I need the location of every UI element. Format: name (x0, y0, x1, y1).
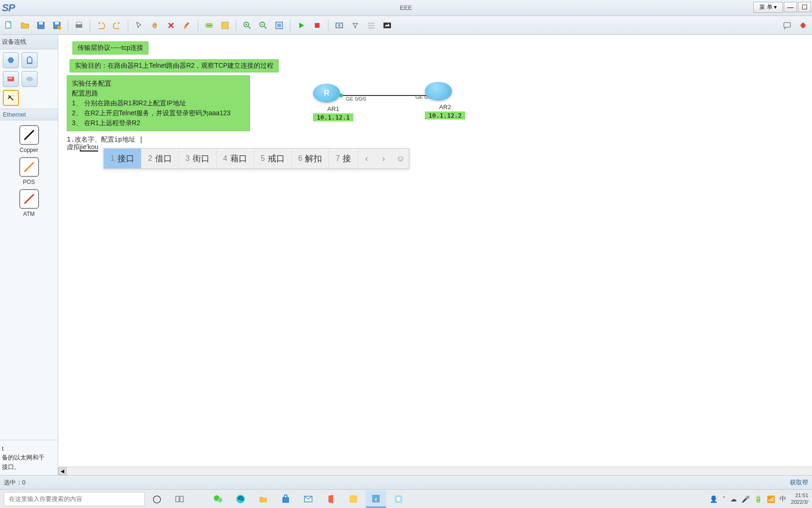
open-icon[interactable] (19, 19, 31, 32)
store-icon[interactable] (275, 491, 296, 508)
svg-point-39 (218, 498, 222, 502)
connection-copper[interactable]: Copper (19, 125, 39, 153)
ime-next-icon[interactable]: › (375, 154, 392, 164)
taskbar-clock[interactable]: 21:51 2022/3/ (791, 492, 808, 505)
task-view-icon[interactable] (169, 491, 190, 508)
cortana-icon[interactable]: ◯ (147, 491, 167, 508)
device-type-5-selected[interactable] (3, 90, 19, 106)
device-type-2[interactable] (22, 52, 38, 68)
text-ime-input: 虚拟jie'kou (67, 143, 98, 151)
device-type-1[interactable] (3, 52, 19, 68)
ime-candidate-6[interactable]: 6解扣 (292, 149, 329, 168)
ime-prev-icon[interactable]: ‹ (358, 154, 375, 164)
redo-icon[interactable] (111, 19, 123, 32)
horizontal-scrollbar[interactable]: ◀ (58, 467, 812, 475)
connection-pos[interactable]: POS (19, 157, 39, 185)
ime-candidate-bar: 1接口 2借口 3街口 4藉口 5戒口 6解扣 7接 ‹ › ☺ (103, 148, 409, 169)
svg-rect-29 (8, 77, 14, 81)
ime-lang-icon[interactable]: 中 (780, 495, 786, 503)
router-ar1[interactable]: R AR1 10.1.12.1 (313, 84, 353, 121)
router-name: AR1 (313, 105, 353, 112)
svg-rect-12 (222, 22, 228, 29)
svg-rect-41 (282, 497, 289, 503)
note-tasks[interactable]: 实验任务配置 配置思路 1、 分别在路由器R1和R2上配置IP地址 2、 在R2… (67, 75, 250, 131)
svg-rect-7 (77, 22, 81, 24)
svg-rect-37 (180, 496, 183, 502)
save-icon[interactable] (35, 19, 47, 32)
zoom-in-icon[interactable] (241, 19, 253, 32)
svg-rect-27 (784, 23, 790, 27)
delete-icon[interactable] (165, 19, 177, 32)
ensp-app-icon[interactable]: e (366, 491, 386, 508)
svg-rect-43 (350, 495, 357, 503)
svg-rect-23 (368, 23, 375, 24)
minimize-button[interactable]: — (784, 2, 797, 12)
scroll-left-icon[interactable]: ◀ (58, 468, 67, 475)
router-icon: R (313, 84, 340, 103)
huawei-logo-icon[interactable] (797, 19, 809, 32)
media-icon[interactable] (388, 491, 409, 508)
palette-icon[interactable] (219, 19, 231, 32)
ime-candidate-5[interactable]: 5戒口 (254, 149, 292, 168)
topology-canvas[interactable]: 传输层协议-----tcp连接 实验目的：在路由器R1上Telnet路由器R2，… (58, 35, 812, 467)
wechat-icon[interactable] (208, 491, 228, 508)
svg-rect-36 (176, 496, 179, 502)
sidebar-category-ethernet[interactable]: Ethernet (0, 109, 58, 120)
router-ar2[interactable]: AR2 10.1.12.2 (425, 82, 465, 119)
undo-icon[interactable] (95, 19, 107, 32)
zoom-out-icon[interactable] (257, 19, 269, 32)
wifi-icon[interactable]: 📶 (767, 495, 775, 503)
svg-rect-16 (277, 24, 281, 27)
app-icon[interactable] (343, 491, 364, 508)
svg-line-33 (24, 130, 34, 140)
mic-icon[interactable]: 🎤 (742, 495, 750, 503)
edge-icon[interactable] (230, 491, 251, 508)
save-as-icon[interactable] (51, 19, 63, 32)
print-icon[interactable] (73, 19, 85, 32)
pan-icon[interactable] (149, 19, 161, 32)
broom-icon[interactable] (181, 19, 193, 32)
svg-rect-2 (39, 22, 43, 24)
screenshot-icon[interactable] (381, 19, 393, 32)
svg-rect-17 (315, 23, 320, 28)
office-icon[interactable] (320, 491, 341, 508)
note-protocol[interactable]: 传输层协议-----tcp连接 (72, 41, 148, 55)
window-title: EEE (400, 4, 412, 11)
play-icon[interactable] (295, 19, 307, 32)
ime-candidate-2[interactable]: 2借口 (141, 149, 179, 168)
menu-button[interactable]: 菜 单 ▾ (753, 2, 783, 13)
svg-point-9 (207, 25, 208, 26)
pointer-icon[interactable] (133, 19, 145, 32)
topology-icon[interactable] (349, 19, 361, 32)
capture-icon[interactable] (333, 19, 345, 32)
ime-candidate-4[interactable]: 4藉口 (217, 149, 254, 168)
svg-rect-28 (27, 63, 32, 64)
people-icon[interactable]: 👤 (710, 495, 718, 503)
ime-candidate-1[interactable]: 1接口 (104, 149, 141, 168)
list-icon[interactable] (365, 19, 377, 32)
stop-icon[interactable] (311, 19, 323, 32)
note-goal[interactable]: 实验目的：在路由器R1上Telnet路由器R2，观察TCP建立连接的过程 (70, 59, 279, 72)
svg-line-35 (24, 194, 34, 204)
chevron-up-icon[interactable]: ˄ (722, 495, 726, 503)
new-icon[interactable] (3, 19, 15, 32)
fit-icon[interactable] (273, 19, 285, 32)
message-icon[interactable] (781, 19, 793, 32)
device-type-3[interactable] (3, 71, 19, 87)
cloud-icon[interactable]: ☁ (730, 495, 737, 503)
ime-candidate-3[interactable]: 3街口 (179, 149, 217, 168)
device-type-4[interactable] (22, 71, 38, 87)
svg-rect-25 (368, 27, 375, 29)
status-help-link[interactable]: 获取帮 (790, 478, 808, 487)
text-icon[interactable] (203, 19, 215, 32)
battery-icon[interactable]: 🔋 (754, 495, 762, 503)
ime-emoji-icon[interactable]: ☺ (392, 154, 409, 164)
title-bar: SP EEE 菜 单 ▾ — ☐ (0, 0, 812, 16)
explorer-icon[interactable] (253, 491, 273, 508)
search-input[interactable] (4, 492, 145, 506)
connection-atm[interactable]: ATM (19, 189, 39, 217)
maximize-button[interactable]: ☐ (798, 2, 811, 12)
windows-taskbar: ◯ e 👤 ˄ ☁ 🎤 🔋 📶 中 21:51 2022/3/ (0, 489, 812, 508)
ime-candidate-7[interactable]: 7接 (329, 149, 358, 168)
mail-icon[interactable] (298, 491, 319, 508)
